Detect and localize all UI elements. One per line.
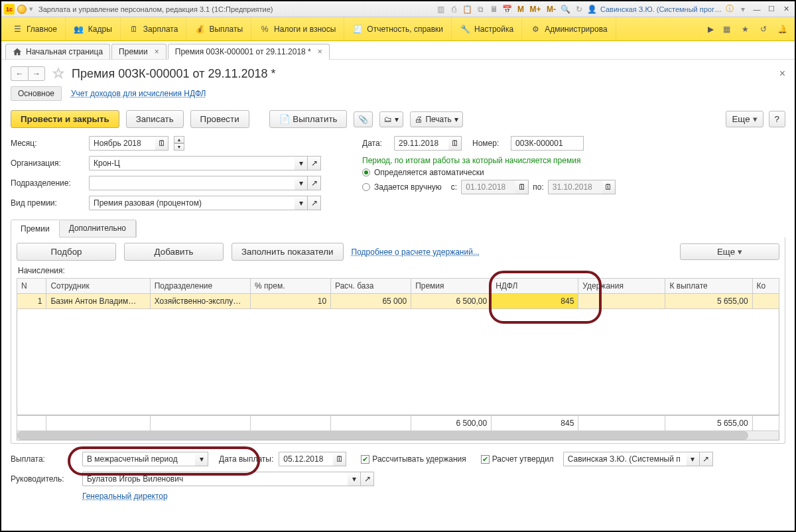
apps-icon[interactable]: ▦ [720, 23, 732, 35]
org-dropdown-icon[interactable]: ▾ [295, 156, 308, 170]
attach-button[interactable]: 📎 [354, 111, 373, 127]
subsection-main[interactable]: Основное [11, 86, 62, 101]
print-button[interactable]: 🖨 Печать▾ [410, 111, 462, 127]
col-pct[interactable]: % прем. [251, 279, 331, 294]
paydate-calendar-icon[interactable]: 🗓 [333, 452, 346, 466]
tab-document[interactable]: Премия 00ЗК-000001 от 29.11.2018 * × [168, 44, 330, 60]
payout-value[interactable]: В межрасчетный период [82, 452, 195, 466]
cell-bonus[interactable]: 6 500,00 [411, 294, 492, 309]
col-bonus[interactable]: Премия [411, 279, 492, 294]
grid-more-button[interactable]: Еще▾ [680, 243, 779, 260]
menu-kadry[interactable]: 👥Кадры [66, 17, 121, 40]
info-icon[interactable]: ⓘ [724, 4, 735, 15]
nav-back-button[interactable]: ← [11, 66, 28, 81]
paydate-value[interactable]: 05.12.2018 [279, 452, 333, 466]
dept-field[interactable]: ▾ ↗ [89, 176, 321, 190]
history-icon[interactable]: ↺ [758, 23, 769, 35]
tab-home[interactable]: Начальная страница [5, 44, 110, 59]
col-dept[interactable]: Подразделение [150, 279, 250, 294]
calc-icon[interactable]: 🖩 [489, 4, 499, 15]
star-icon[interactable]: ★ [739, 23, 751, 35]
menu-vyplaty[interactable]: 💰Выплаты [186, 17, 251, 40]
payout-dropdown-icon[interactable]: ▾ [195, 452, 208, 466]
bell-icon[interactable]: 🔔 [776, 23, 788, 35]
grid-hscrollbar[interactable] [17, 431, 779, 440]
menu-burger[interactable]: ☰Главное [4, 17, 66, 40]
pick-button[interactable]: Подбор [17, 243, 116, 261]
cell-ndfl[interactable]: 845 [492, 294, 578, 309]
radio-manual[interactable]: Задается вручную с: 01.10.2018 🗓 по: 31.… [362, 180, 734, 194]
preview-icon[interactable]: ▥ [436, 4, 446, 15]
document-close-icon[interactable]: × [779, 68, 785, 80]
write-button[interactable]: Записать [126, 110, 184, 128]
zoom-icon[interactable]: 🔍 [561, 4, 571, 15]
tab-close-icon[interactable]: × [318, 47, 322, 56]
bonus-type-field[interactable]: Премия разовая (процентом) ▾ ↗ [89, 196, 321, 210]
payout-field[interactable]: В межрасчетный период ▾ [82, 452, 208, 466]
clipboard-icon[interactable]: 📋 [462, 4, 473, 15]
head-dropdown-icon[interactable]: ▾ [348, 472, 361, 486]
paydate-field[interactable]: 05.12.2018 🗓 [279, 452, 346, 466]
col-ded[interactable]: Удержания [578, 279, 665, 294]
maximize-button[interactable]: ☐ [765, 4, 777, 15]
month-field[interactable]: Ноябрь 2018 🗓 [89, 136, 168, 151]
dept-dropdown-icon[interactable]: ▾ [295, 176, 308, 190]
month-calendar-icon[interactable]: 🗓 [155, 136, 168, 151]
accruals-grid[interactable]: N Сотрудник Подразделение % прем. Расч. … [17, 278, 779, 309]
approver-value[interactable]: Савинская З.Ю. (Системный п [563, 452, 687, 466]
fill-button[interactable]: Заполнить показатели [232, 243, 344, 261]
dept-value[interactable] [89, 176, 295, 190]
m-minus-button[interactable]: M- [545, 4, 558, 15]
bonus-type-value[interactable]: Премия разовая (процентом) [89, 196, 295, 210]
calc-ded-checkbox[interactable]: Рассчитывать удержания [361, 454, 466, 464]
m-button[interactable]: M [515, 4, 526, 15]
month-value[interactable]: Ноябрь 2018 [89, 136, 155, 151]
approver-dropdown-icon[interactable]: ▾ [687, 452, 700, 466]
help-button[interactable]: ? [769, 111, 785, 127]
minimize-button[interactable]: — [751, 4, 763, 15]
col-base[interactable]: Расч. база [331, 279, 411, 294]
based-on-button[interactable]: 🗂▾ [379, 111, 403, 127]
date-field[interactable]: 29.11.2018 🗓 [394, 136, 462, 151]
dept-open-icon[interactable]: ↗ [308, 176, 321, 190]
cell-pct[interactable]: 10 [251, 294, 331, 309]
cell-base[interactable]: 65 000 [331, 294, 411, 309]
print-icon[interactable]: ⎙ [449, 4, 460, 15]
menu-zarplata[interactable]: 🗓Зарплата [121, 17, 187, 40]
app-menu-icon[interactable] [17, 5, 27, 14]
compare-icon[interactable]: ⧉ [476, 4, 486, 15]
head-open-icon[interactable]: ↗ [361, 472, 374, 486]
info-dropdown-icon[interactable]: ▾ [738, 4, 748, 15]
subsection-ndfl-link[interactable]: Учет доходов для исчисления НДФЛ [71, 89, 206, 98]
innertab-premii[interactable]: Премии [11, 221, 60, 237]
date-value[interactable]: 29.11.2018 [394, 136, 448, 151]
cell-dept[interactable]: Хозяйственно-эксплу… [150, 294, 250, 309]
head-position-link[interactable]: Генеральный директор [82, 492, 168, 501]
approver-open-icon[interactable]: ↗ [700, 452, 713, 466]
favorite-star-icon[interactable] [52, 67, 65, 80]
approver-field[interactable]: Савинская З.Ю. (Системный п ▾ ↗ [563, 452, 713, 466]
cell-pay[interactable]: 5 655,00 [665, 294, 752, 309]
menu-settings[interactable]: 🔧Настройка [452, 17, 522, 40]
month-spinner[interactable]: ▲▼ [174, 136, 184, 151]
col-ndfl[interactable]: НДФЛ [492, 279, 578, 294]
col-pay[interactable]: К выплате [665, 279, 752, 294]
menubar-next-icon[interactable]: ▶ [707, 25, 714, 34]
col-n[interactable]: N [17, 279, 46, 294]
grid-row[interactable]: 1 Базин Антон Владим… Хозяйственно-экспл… [17, 294, 779, 309]
m-plus-button[interactable]: M+ [529, 4, 542, 15]
post-and-close-button[interactable]: Провести и закрыть [11, 110, 119, 128]
post-button[interactable]: Провести [190, 110, 249, 128]
more-button[interactable]: Еще▾ [726, 111, 763, 127]
menu-admin[interactable]: ⚙Администрирова [522, 17, 616, 40]
cell-n[interactable]: 1 [17, 294, 46, 309]
pay-button[interactable]: 📄 Выплатить [269, 110, 348, 128]
date-calendar-icon[interactable]: 🗓 [448, 136, 462, 151]
approved-checkbox[interactable]: Расчет утвердил [481, 454, 554, 464]
refresh-icon[interactable]: ↻ [574, 4, 584, 15]
cell-extra[interactable] [752, 294, 779, 309]
tab-close-icon[interactable]: × [155, 47, 159, 56]
innertab-more[interactable]: Дополнительно [60, 220, 136, 237]
calendar-icon[interactable]: 📅 [502, 4, 513, 15]
details-link[interactable]: Подробнее о расчете удержаний... [352, 247, 480, 257]
